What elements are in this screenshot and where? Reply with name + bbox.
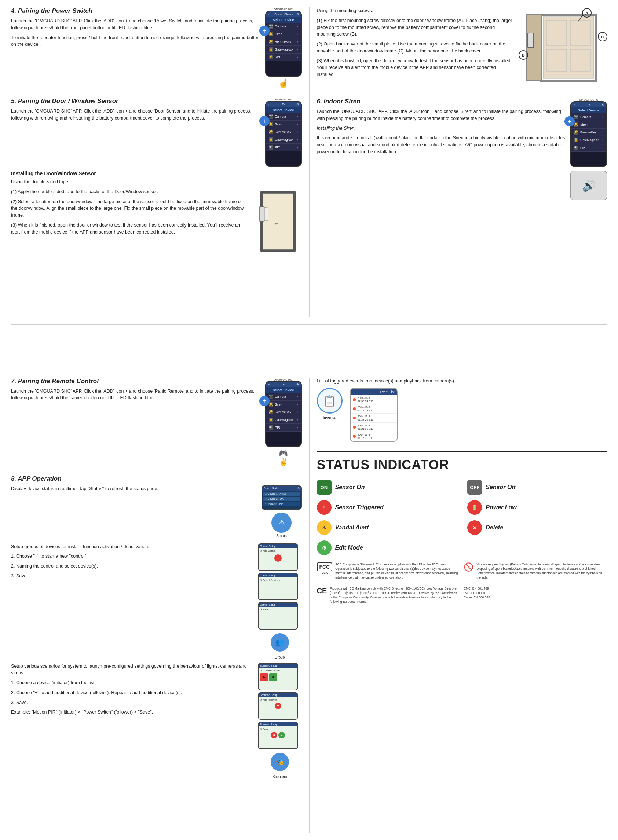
add-button-7[interactable]: +: [259, 396, 270, 406]
device-item-camera-7: 📷 Camera: [266, 393, 301, 401]
svg-rect-3: [264, 208, 268, 221]
label-sensor-off: Sensor Off: [486, 484, 515, 491]
phone-header-6: ← Tk ⚙: [571, 102, 606, 107]
bottom-section: 7. Pairing the Remote Control Launch the…: [11, 378, 607, 833]
remotekey-icon-7: 🔑: [269, 410, 273, 414]
device-item-gate-5: 🔒 GateMaglock: [266, 136, 301, 144]
add-button-5[interactable]: +: [259, 116, 270, 126]
event-list-header: Event List: [351, 389, 397, 395]
svg-rect-7: [543, 17, 594, 79]
pir-icon-6: 👁: [574, 145, 578, 150]
events-section: List of triggered events from device(s) …: [317, 378, 608, 442]
add-button-6[interactable]: +: [565, 116, 575, 126]
badge-vandal: ⚠: [317, 520, 331, 535]
control-phone-2-header: Control Setup: [258, 573, 297, 577]
events-description: List of triggered events from device(s) …: [317, 378, 608, 384]
ctrl-label-2: ② Select Devices: [260, 579, 296, 582]
group-icon: 👥: [271, 633, 289, 652]
scenario-phones: Scenario Setup ① Choose initiator ▶ ■: [258, 663, 302, 749]
extra-compliance: EMC: EN 301 489LVD: EN 60950Radio: EN 30…: [464, 587, 607, 607]
pir-icon-7: 👁: [269, 425, 273, 430]
device-item-siren-5: 🔔 Siren: [266, 121, 301, 128]
section-6-body1: Launch the 'OMGUARD SHC' APP. Click the …: [317, 108, 567, 122]
gear-icon-7: ⚙: [296, 383, 299, 386]
screw-step2: (2) Open back cover of the small piece. …: [317, 41, 514, 55]
event-text-2: 2014-11-3 02:19:18 310: [358, 405, 374, 412]
event-item-5: 2014-11-3 01:15:31 313: [351, 432, 397, 441]
event-text-1: 2014-11-3 02:38:54 313: [358, 396, 374, 403]
section-8-step5: 2. Choose "+" to add additional device (…: [11, 689, 253, 696]
bottom-left: 7. Pairing the Remote Control Launch the…: [11, 378, 309, 833]
scenario-plus-2: +: [275, 702, 281, 709]
gate-icon-6: 🔒: [574, 138, 578, 142]
device-item-siren-6: 🔔 Siren: [571, 121, 606, 129]
fcc-logo-wrapper: FCC USA: [317, 562, 333, 574]
select-device-title-4: Select Device: [266, 17, 301, 23]
phone-screen-6: ← Tk ⚙ Select Device 📷 Camera 🔔: [570, 101, 607, 167]
section-8-step2: 2. Naming the control and select device(…: [11, 563, 253, 570]
scenario-wrapper: Scenario Setup ① Choose initiator ▶ ■: [258, 663, 302, 779]
status-power-low: 🔋 Power Low: [467, 500, 607, 515]
scenario-header-2: Scenario Setup: [260, 694, 278, 696]
badge-delete: ✕: [467, 520, 482, 535]
badge-power-low: 🔋: [467, 500, 482, 515]
ctrl-header-1: Control Setup: [260, 545, 276, 548]
device-item-gate-4: 🔒 GateMaglock: [266, 46, 301, 53]
control-setup-phones: Control Setup ① Add Control + Control Se…: [258, 543, 302, 629]
slot-icon-4: ⚡: [269, 55, 273, 59]
event-item-3: 2014-11-3 01:38:20 313: [351, 414, 397, 423]
mounting-svg: A B C: [519, 7, 607, 88]
event-dot-3: [353, 417, 356, 420]
section-6-sub-body: It is recommanded to install (wall-mount…: [317, 135, 567, 155]
scenario-header-3: Scenario Setup: [260, 723, 278, 726]
section-4-phone: OMGUARDSHC + ← Device Status ⚙ Select De…: [265, 7, 302, 89]
section-8-scenario: Setup various scenarios for system to la…: [11, 663, 302, 779]
scenario-phone-2-body: ② Add follower +: [258, 697, 297, 719]
ctrl-label-3: ③ Save: [260, 608, 296, 611]
install-door-title: Installing the Door/Window Sensor: [11, 171, 302, 177]
gate-icon-5: 🔒: [269, 138, 273, 142]
ce-text: Products with CE Marking comply with EMC…: [330, 587, 460, 604]
status-label: Status: [276, 534, 287, 538]
door-sensor-diagram: ⇐: [254, 188, 302, 263]
add-button-4[interactable]: +: [259, 26, 270, 36]
section-7-phone: OMGUARDSHC + ← Go ⚙ Select Device 📷: [265, 378, 302, 466]
device-item-remotekey-4: 🔑 RemoteKey: [266, 38, 301, 46]
device-item-pir-6: 👁 PIR: [571, 144, 606, 152]
phone-header-4: ← Device Status ⚙: [266, 11, 301, 17]
right-column-top: Using the mounting screws: (1) Fix the f…: [309, 7, 608, 317]
scenario-phone-1-header: Scenario Setup: [258, 663, 297, 668]
ce-logo: CE: [317, 587, 327, 595]
scenario-phone-3-body: ③ Save ✕ ✓: [258, 726, 297, 748]
status-header-icon: ⚙: [297, 487, 300, 490]
step1-door: (1) Apply the double-sided tape to the b…: [11, 188, 249, 196]
svg-text:B: B: [522, 53, 525, 58]
ctrl-header-2: Control Setup: [260, 574, 276, 577]
section-5-title: 5. Pairing the Door / Window Sensor: [11, 98, 261, 105]
select-device-title-7: Select Device: [266, 387, 301, 393]
scenario-icon: 🎭: [271, 753, 289, 771]
fcc-text: FCC Compliance Statement: This device co…: [335, 562, 460, 580]
status-indicator-title: STATUS INDICATOR: [317, 457, 608, 473]
event-text-3: 2014-11-3 01:38:20 313: [358, 415, 374, 421]
status-phone: Device Status ⚙ ⚠ Device 1 - Active ✓ De…: [261, 485, 302, 510]
section-8: 8. APP Operation Display device status i…: [11, 475, 302, 779]
status-delete: ✕ Delete: [467, 520, 607, 535]
svg-rect-2: [259, 207, 264, 221]
status-icon: ⚠: [272, 513, 291, 533]
status-grid: ON Sensor On OFF Sensor Off ! Sensor Tri…: [317, 480, 608, 555]
fcc-box: FCC USA FCC Compliance Statement: This d…: [317, 562, 460, 583]
scenario-icon-x: ✕: [271, 732, 277, 738]
scenario-options-1: ▶ ■: [260, 673, 296, 681]
control-phone-1-header: Control Setup: [258, 544, 297, 548]
device-item-remotekey-6: 🔑 RemoteKey: [571, 129, 606, 137]
step2-door: (2) Select a location on the door/window…: [11, 198, 249, 219]
events-icon-wrapper: 📋 Events: [317, 388, 343, 420]
device-item-camera-4: 📷 Camera: [266, 23, 301, 30]
remotekey-icon-4: 🔑: [269, 40, 273, 44]
gear-icon-6: ⚙: [602, 103, 605, 106]
events-wrapper: 📋 Events Event List 2014-11-3 02:38:54 3…: [317, 388, 608, 442]
screw-step1: (1) Fix the first mounting screw directl…: [317, 17, 514, 38]
svg-text:A: A: [585, 11, 588, 15]
section-4: 4. Pairing the Power Switch Launch the '…: [11, 7, 302, 89]
